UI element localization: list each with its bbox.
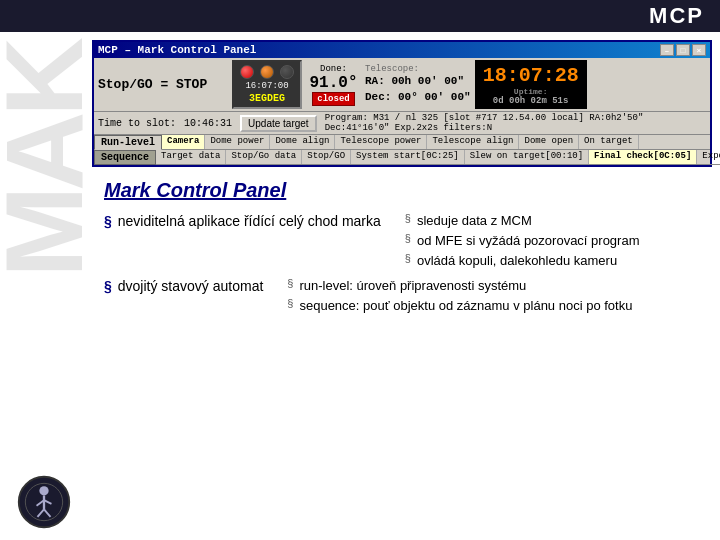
- sub-text-0-1: od MFE si vyžádá pozorovací program: [417, 232, 640, 250]
- sub-item-1-0: run-level: úroveň připravenosti systému: [287, 277, 632, 295]
- sequence-steps: Target dataStop/Go dataStop/GOSystem sta…: [156, 150, 720, 165]
- run-step-1[interactable]: Dome power: [205, 135, 270, 149]
- tab-sequence[interactable]: Sequence: [94, 150, 156, 165]
- bullet-text-1: dvojitý stavový automat: [118, 278, 264, 294]
- bullet-item-1: dvojitý stavový automatrun-level: úroveň…: [104, 277, 704, 317]
- telescope-panel: Telescope: RA: 00h 00' 00" Dec: 00° 00' …: [365, 60, 471, 109]
- sub-item-1-1: sequence: pouť objektu od záznamu v plán…: [287, 297, 632, 315]
- sub-text-0-0: sleduje data z MCM: [417, 212, 532, 230]
- lights-time: 16:07:00: [245, 81, 288, 91]
- presentation-area: Mark Control Panel neviditelná aplikace …: [88, 167, 720, 329]
- telescope-ra: RA: 00h 00' 00": [365, 74, 471, 89]
- time-slot-value: 10:46:31: [184, 118, 232, 129]
- seq-step-3[interactable]: System start[0C:25]: [351, 150, 465, 164]
- top-header: MCP: [0, 0, 720, 32]
- time-slot-label: Time to slot:: [98, 118, 176, 129]
- sequence-tabs-row: Sequence Target dataStop/Go dataStop/GOS…: [94, 150, 710, 165]
- sub-list-1: run-level: úroveň připravenosti systémus…: [287, 277, 632, 317]
- program-info: Program: M31 / nl 325 [slot #717 12.54.0…: [325, 113, 706, 133]
- seq-step-2[interactable]: Stop/GO: [302, 150, 351, 164]
- uptime-label: Uptime:: [514, 87, 548, 96]
- lights-row: [240, 65, 294, 79]
- sub-text-1-0: run-level: úroveň připravenosti systému: [299, 277, 526, 295]
- sub-item-0-1: od MFE si vyžádá pozorovací program: [405, 232, 640, 250]
- telescope-label: Telescope:: [365, 64, 471, 74]
- dome-status-badge: closed: [312, 92, 354, 106]
- stop-go-display: Stop/GO = STOP: [98, 60, 228, 109]
- window-titlebar: MCP – Mark Control Panel – □ ×: [94, 42, 710, 58]
- run-step-3[interactable]: Telescope power: [335, 135, 427, 149]
- window-body: Stop/GO = STOP 16:07:00 3EGDEG Done: 91.…: [94, 58, 710, 165]
- sub-list-0: sleduje data z MCMod MFE si vyžádá pozor…: [405, 212, 640, 273]
- dome-value: 91.0°: [309, 74, 357, 92]
- bullet-main-0: neviditelná aplikace řídící celý chod ma…: [104, 212, 381, 232]
- seq-step-4[interactable]: Slew on target[00:10]: [465, 150, 589, 164]
- bullet-list: neviditelná aplikace řídící celý chod ma…: [104, 212, 704, 317]
- dark-light: [280, 65, 294, 79]
- mak-text: MAK: [0, 42, 99, 278]
- tab-run-level[interactable]: Run-level: [94, 135, 162, 150]
- dome-label: Done:: [320, 64, 347, 74]
- svg-point-2: [39, 486, 48, 495]
- big-time-panel: 18:07:28 Uptime: 0d 00h 02m 51s: [475, 60, 587, 109]
- titlebar-controls: – □ ×: [660, 44, 706, 56]
- bullet-item-0: neviditelná aplikace řídící celý chod ma…: [104, 212, 704, 273]
- mcp-title-label: MCP: [649, 3, 704, 29]
- run-step-0[interactable]: Camera: [162, 135, 205, 149]
- dome-panel: Done: 91.0° closed: [306, 60, 361, 109]
- sub-text-1-1: sequence: pouť objektu od záznamu v plán…: [299, 297, 632, 315]
- seq-step-5[interactable]: Final check[0C:05]: [589, 150, 697, 164]
- seq-step-1[interactable]: Stop/Go data: [226, 150, 302, 164]
- red-light: [240, 65, 254, 79]
- run-level-steps: CameraDome powerDome alignTelescope powe…: [162, 135, 710, 150]
- bullet-text-0: neviditelná aplikace řídící celý chod ma…: [118, 213, 381, 229]
- bullet-main-1: dvojitý stavový automat: [104, 277, 263, 297]
- mak-sidebar: MAK: [0, 32, 88, 540]
- info-row: Time to slot: 10:46:31 Update target Pro…: [94, 112, 710, 135]
- run-step-5[interactable]: Dome open: [519, 135, 579, 149]
- big-time-display: 18:07:28: [483, 64, 579, 87]
- maximize-button[interactable]: □: [676, 44, 690, 56]
- sub-item-0-2: ovládá kopuli, dalekohledu kameru: [405, 252, 640, 270]
- minimize-button[interactable]: –: [660, 44, 674, 56]
- run-step-2[interactable]: Dome align: [270, 135, 335, 149]
- slide-title: Mark Control Panel: [104, 179, 704, 202]
- mak-logo: [16, 474, 72, 530]
- seq-step-6[interactable]: Exposure: [697, 150, 720, 164]
- lights-deg: 3EGDEG: [249, 93, 285, 104]
- main-content: MCP – Mark Control Panel – □ × Stop/GO =…: [88, 32, 720, 540]
- window-title: MCP – Mark Control Panel: [98, 44, 256, 56]
- run-level-tabs-row: Run-level CameraDome powerDome alignTele…: [94, 135, 710, 150]
- lights-panel: 16:07:00 3EGDEG: [232, 60, 302, 109]
- mcp-window: MCP – Mark Control Panel – □ × Stop/GO =…: [92, 40, 712, 167]
- close-button[interactable]: ×: [692, 44, 706, 56]
- orange-light: [260, 65, 274, 79]
- sub-item-0-0: sleduje data z MCM: [405, 212, 640, 230]
- sub-text-0-2: ovládá kopuli, dalekohledu kameru: [417, 252, 617, 270]
- telescope-dec: Dec: 00° 00' 00": [365, 90, 471, 105]
- run-step-6[interactable]: On target: [579, 135, 639, 149]
- status-row: Stop/GO = STOP 16:07:00 3EGDEG Done: 91.…: [94, 58, 710, 112]
- update-target-button[interactable]: Update target: [240, 115, 317, 132]
- uptime-value: 0d 00h 02m 51s: [493, 96, 569, 106]
- seq-step-0[interactable]: Target data: [156, 150, 226, 164]
- run-step-4[interactable]: Telescope align: [427, 135, 519, 149]
